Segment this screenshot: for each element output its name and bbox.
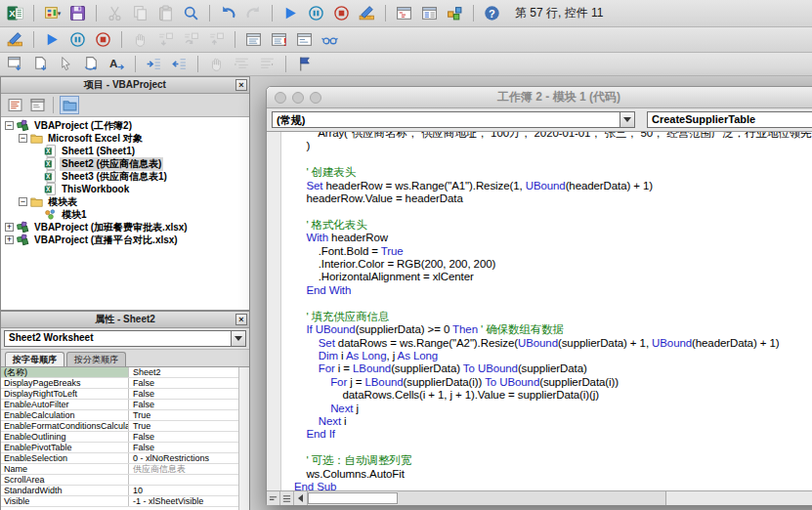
tree-item-label[interactable]: VBAProject (工作簿2)	[32, 119, 134, 133]
code-line[interactable]: Array("供应商名称", "供应商地址", "100万", "2020-01…	[294, 132, 812, 139]
code-line[interactable]: If UBound(supplierData) >= 0 Then ' 确保数组…	[294, 323, 564, 335]
save-icon[interactable]	[67, 3, 88, 23]
select-pointer-icon[interactable]	[56, 54, 76, 74]
property-value[interactable]: False	[129, 378, 249, 388]
properties-scrollbar[interactable]	[238, 367, 249, 510]
code-line[interactable]: dataRows.Cells(i + 1, j + 1).Value = sup…	[294, 389, 599, 401]
insert-userform-icon[interactable]: ▾	[42, 3, 63, 23]
tree-item[interactable]: +VBAProject (直播平台对比.xlsx)	[1, 234, 249, 246]
locals-window-icon[interactable]	[243, 29, 264, 50]
collapse-icon[interactable]: −	[19, 197, 27, 206]
code-line[interactable]: Dim i As Long, j As Long	[294, 350, 438, 361]
property-row[interactable]: ScrollArea	[1, 475, 249, 486]
property-value[interactable]: 供应商信息表	[129, 464, 249, 474]
code-line[interactable]: )	[294, 140, 310, 151]
code-line[interactable]: Next j	[294, 403, 359, 414]
cut-icon[interactable]	[105, 3, 125, 23]
code-line[interactable]: .Interior.Color = RGB(200, 200, 200)	[294, 258, 495, 270]
procedure-view-button[interactable]	[267, 491, 280, 505]
hand-icon[interactable]	[206, 54, 227, 74]
watch-window-icon[interactable]: !	[269, 29, 289, 50]
code-line[interactable]: ' 可选：自动调整列宽	[294, 454, 411, 466]
window-close-button[interactable]	[275, 92, 286, 104]
excel-icon[interactable]: X	[5, 3, 25, 23]
property-row[interactable]: StandardWidth10	[1, 486, 249, 496]
expand-icon[interactable]: +	[5, 223, 14, 232]
property-name[interactable]: Visible	[1, 496, 129, 506]
hand-icon[interactable]	[130, 29, 150, 50]
code-line[interactable]: .HorizontalAlignment = xlCenter	[294, 271, 474, 282]
code-line[interactable]: ws.Columns.AutoFit	[294, 468, 405, 480]
property-row[interactable]: Visible-1 - xlSheetVisible	[1, 496, 249, 507]
tree-item-label[interactable]: 模块表	[46, 195, 79, 209]
property-value[interactable]: Sheet2	[129, 367, 249, 377]
property-value[interactable]: False	[129, 443, 249, 452]
break-icon[interactable]	[306, 3, 326, 23]
help-icon[interactable]: ?	[482, 3, 502, 23]
close-icon[interactable]: ×	[235, 79, 247, 91]
run-icon[interactable]	[42, 29, 63, 50]
window-minimize-button[interactable]	[292, 92, 304, 104]
import-file-icon[interactable]	[81, 54, 102, 74]
tree-item[interactable]: XSheet3 (供应商信息表1)	[1, 170, 249, 183]
tree-item-label[interactable]: Sheet2 (供应商信息表)	[60, 157, 163, 171]
tree-item-label[interactable]: 模块1	[60, 208, 89, 222]
tree-item-label[interactable]: Sheet3 (供应商信息表1)	[60, 170, 169, 184]
bookmark-flag-icon[interactable]	[294, 54, 315, 74]
property-value[interactable]: -1 - xlSheetVisible	[129, 496, 249, 506]
tree-item-label[interactable]: ThisWorkbook	[60, 184, 131, 194]
tree-item[interactable]: XSheet2 (供应商信息表)	[1, 157, 249, 170]
property-name[interactable]: StandardWidth	[1, 486, 129, 495]
tree-item[interactable]: 模块1	[1, 208, 249, 221]
scroll-left-button[interactable]	[294, 491, 308, 505]
property-row[interactable]: DisplayRightToLeftFalse	[1, 389, 249, 400]
tab-alphabetic[interactable]: 按字母顺序	[5, 352, 64, 366]
property-name[interactable]: EnableAutoFilter	[1, 400, 129, 409]
property-row[interactable]: Name供应商信息表	[1, 464, 249, 475]
property-name[interactable]: EnableFormatConditionsCalculation	[1, 421, 129, 431]
property-value[interactable]: 10	[129, 486, 249, 495]
property-value[interactable]: False	[129, 389, 249, 399]
tab-categorized[interactable]: 按分类顺序	[66, 352, 126, 366]
code-window-titlebar[interactable]: 工作簿 2 - 模块 1 (代码)	[267, 87, 812, 108]
object-selector-combo[interactable]: Sheet2 Worksheet	[4, 330, 246, 347]
redo-icon[interactable]	[243, 3, 264, 23]
property-name[interactable]: ScrollArea	[1, 475, 129, 485]
h-scrollbar-track[interactable]	[398, 491, 666, 505]
view-code-icon[interactable]	[5, 96, 24, 114]
paste-icon[interactable]	[155, 3, 176, 23]
window-zoom-button[interactable]	[310, 92, 321, 104]
export-file-icon[interactable]	[30, 54, 51, 74]
indent-icon[interactable]	[144, 54, 164, 74]
property-name[interactable]: EnableCalculation	[1, 410, 129, 420]
code-line[interactable]: End Sub	[294, 481, 336, 490]
outdent-icon[interactable]	[169, 54, 190, 74]
code-line[interactable]: Next i	[294, 415, 347, 427]
view-form-icon[interactable]	[5, 54, 25, 74]
tree-item-label[interactable]: Sheet1 (Sheet1)	[60, 146, 137, 156]
toggle-folders-icon[interactable]	[60, 96, 79, 114]
property-row[interactable]: DisplayPageBreaksFalse	[1, 378, 249, 389]
break-icon[interactable]	[67, 29, 88, 50]
design-mode-icon[interactable]	[5, 29, 25, 50]
tree-item[interactable]: −模块表	[1, 195, 249, 208]
expand-icon[interactable]: +	[5, 235, 14, 244]
property-row[interactable]: EnableOutliningFalse	[1, 432, 249, 443]
property-value[interactable]: False	[129, 432, 249, 442]
object-dropdown[interactable]: (常规)	[272, 111, 635, 128]
find-icon[interactable]	[181, 3, 201, 23]
code-line[interactable]: For j = LBound(supplierData(i)) To UBoun…	[294, 376, 619, 388]
chevron-down-icon[interactable]	[620, 112, 634, 127]
property-value[interactable]: True	[129, 421, 249, 431]
code-line[interactable]: ' 创建表头	[294, 166, 356, 178]
code-line[interactable]: ' 填充供应商信息	[294, 311, 389, 322]
property-row[interactable]: (名称)Sheet2	[1, 367, 249, 378]
uncomment-block-icon[interactable]: '	[257, 54, 278, 74]
code-line[interactable]: End With	[294, 284, 351, 296]
tree-item[interactable]: XThisWorkbook	[1, 183, 249, 195]
properties-window-icon[interactable]	[419, 3, 440, 23]
property-name[interactable]: DisplayRightToLeft	[1, 389, 129, 399]
tree-item[interactable]: XSheet1 (Sheet1)	[1, 145, 249, 157]
property-name[interactable]: (名称)	[1, 367, 129, 377]
property-row[interactable]: EnableCalculationTrue	[1, 410, 249, 421]
